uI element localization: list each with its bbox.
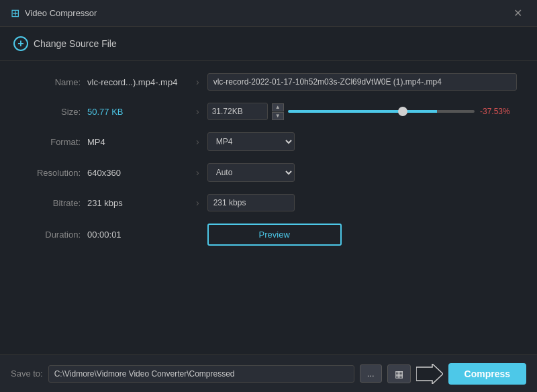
duration-current-value: 00:00:01	[81, 230, 188, 240]
format-current-value: MP4	[81, 137, 188, 147]
name-label: Name:	[20, 77, 81, 87]
change-source-label: Change Source File	[34, 38, 117, 49]
title-bar: ⊞ Video Compressor ✕	[0, 0, 537, 27]
size-percent: -37.53%	[480, 107, 517, 116]
bitrate-input[interactable]	[207, 194, 295, 211]
arrow-right-icon	[416, 364, 443, 384]
resolution-label: Resolution:	[20, 168, 81, 178]
resolution-arrow-icon: ›	[196, 167, 199, 178]
format-input-area: MP4 MKV AVI MOV WMV	[207, 132, 517, 151]
bitrate-label: Bitrate:	[20, 198, 81, 208]
save-path-input[interactable]	[48, 365, 354, 383]
compress-button[interactable]: Compress	[448, 363, 526, 385]
main-content: Name: vlc-record...).mp4-.mp4 › Size: 50…	[0, 61, 537, 270]
app-icon: ⊞	[11, 7, 19, 19]
svg-marker-0	[416, 364, 443, 384]
size-up-button[interactable]: ▲	[272, 103, 284, 111]
size-slider-wrap: -37.53%	[288, 107, 517, 116]
size-input[interactable]	[207, 103, 268, 120]
size-spinner: ▲ ▼	[272, 103, 284, 120]
change-source-section[interactable]: + Change Source File	[0, 27, 537, 60]
arrow-svg	[416, 364, 443, 384]
window-title: Video Compressor	[25, 8, 97, 18]
browse-dots-button[interactable]: ...	[360, 364, 382, 383]
title-bar-left: ⊞ Video Compressor	[11, 7, 97, 19]
size-arrow-icon: ›	[196, 106, 199, 117]
duration-label: Duration:	[20, 230, 81, 240]
format-select[interactable]: MP4 MKV AVI MOV WMV	[207, 132, 295, 151]
resolution-input-area: Auto 640x360 1280x720 1920x1080	[207, 163, 517, 182]
add-icon: +	[13, 36, 28, 51]
folder-icon: ▦	[395, 369, 403, 379]
format-label: Format:	[20, 137, 81, 147]
close-button[interactable]: ✕	[509, 5, 526, 21]
size-down-button[interactable]: ▼	[272, 112, 284, 120]
size-label: Size:	[20, 107, 81, 117]
size-current-value: 50.77 KB	[81, 107, 188, 117]
bitrate-current-value: 231 kbps	[81, 198, 188, 208]
bitrate-arrow-icon: ›	[196, 197, 199, 208]
format-row: Format: MP4 › MP4 MKV AVI MOV WMV	[20, 132, 517, 151]
name-arrow-icon: ›	[196, 77, 199, 87]
size-slider[interactable]	[288, 110, 475, 113]
save-to-label: Save to:	[11, 369, 43, 379]
format-arrow-icon: ›	[196, 136, 199, 147]
name-current-value: vlc-record...).mp4-.mp4	[81, 77, 188, 87]
duration-row: Duration: 00:00:01 › Preview	[20, 224, 517, 246]
name-input-area	[207, 73, 517, 91]
size-input-area: ▲ ▼ -37.53%	[207, 103, 517, 120]
resolution-current-value: 640x360	[81, 168, 188, 178]
resolution-row: Resolution: 640x360 › Auto 640x360 1280x…	[20, 163, 517, 182]
resolution-select[interactable]: Auto 640x360 1280x720 1920x1080	[207, 163, 295, 182]
bitrate-row: Bitrate: 231 kbps ›	[20, 194, 517, 211]
size-row: Size: 50.77 KB › ▲ ▼ -37.53%	[20, 103, 517, 120]
duration-input-area: Preview	[207, 224, 517, 246]
bitrate-input-area	[207, 194, 517, 211]
name-row: Name: vlc-record...).mp4-.mp4 ›	[20, 73, 517, 91]
name-input[interactable]	[207, 73, 517, 91]
open-folder-button[interactable]: ▦	[387, 364, 411, 383]
preview-button[interactable]: Preview	[207, 224, 342, 246]
bottom-bar: Save to: ... ▦ Compress	[0, 354, 537, 392]
